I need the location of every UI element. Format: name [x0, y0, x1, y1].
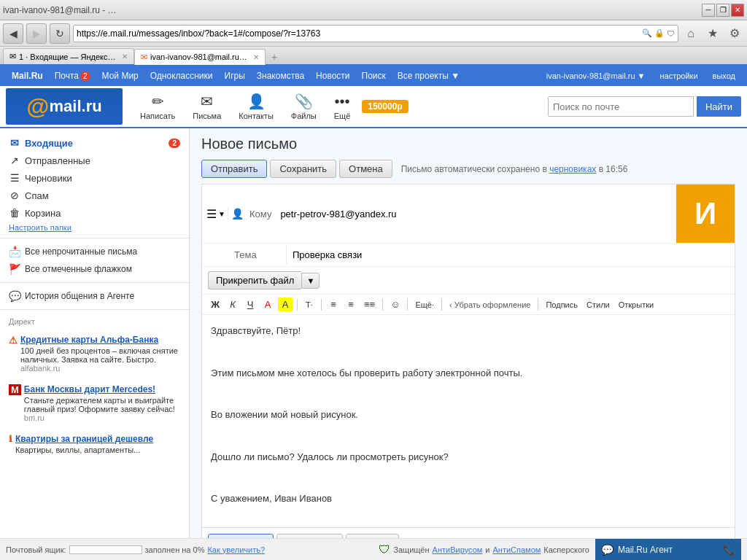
action-buttons: ✏ Написать ✉ Письма 👤 Контакты 📎 Файлы •…: [128, 90, 409, 123]
attach-button[interactable]: Прикрепить файл: [208, 271, 301, 289]
font-color-button[interactable]: А: [260, 298, 275, 311]
sidebar-trash[interactable]: 🗑 Корзина: [0, 204, 189, 222]
tab-1[interactable]: ✉ 1 · Входящие — Яндекс.Почта ✕: [3, 48, 134, 64]
back-button[interactable]: ◀: [3, 23, 23, 44]
settings-link[interactable]: настройки: [654, 66, 704, 86]
sidebar-inbox[interactable]: ✉ Входящие 2: [0, 134, 189, 152]
minimize-button[interactable]: ─: [702, 4, 715, 17]
mail-action-bar: @ mail.ru ✏ Написать ✉ Письма 👤 Контакты…: [0, 86, 747, 128]
send-button-bottom[interactable]: Отправить: [208, 534, 274, 538]
sidebar-sent[interactable]: ↗ Отправленные: [0, 152, 189, 169]
kaspersky-protection: 🛡 Защищён АнтиВирусом и АнтиСпамом Каспе…: [379, 543, 589, 556]
ad-1-title[interactable]: Кредитные карты Альфа-Банка: [20, 335, 180, 345]
more-button[interactable]: ••• Ещё: [328, 90, 357, 123]
forward-button[interactable]: ▶: [26, 23, 47, 44]
antispam-link[interactable]: АнтиСпамом: [492, 545, 541, 554]
new-tab-button[interactable]: +: [267, 50, 282, 64]
nav-igry[interactable]: Игры: [219, 66, 251, 86]
align-button[interactable]: ≡: [326, 298, 341, 311]
settings-button[interactable]: ⚙: [725, 24, 744, 43]
sidebar-history[interactable]: 💬 История общения в Агенте: [0, 287, 189, 305]
search-button[interactable]: Найти: [697, 96, 741, 117]
more-format-button[interactable]: Ещё·: [412, 299, 437, 311]
underline-button[interactable]: Ч: [243, 298, 258, 311]
top-right-controls: ivan-ivanov-981@mail.ru ▼ настройки выхо…: [541, 66, 741, 86]
search-input[interactable]: [548, 96, 694, 117]
user-account[interactable]: ivan-ivanov-981@mail.ru ▼: [541, 66, 651, 86]
mail-logo[interactable]: @ mail.ru: [6, 88, 123, 125]
mailbox-filled: заполнен на 0%: [145, 545, 205, 554]
nav-znakomstva[interactable]: Знакомства: [251, 66, 310, 86]
cancel-button-top[interactable]: Отмена: [339, 160, 392, 178]
save-button-bottom[interactable]: Сохранить: [276, 534, 343, 538]
tab-1-close[interactable]: ✕: [122, 52, 128, 61]
compose-body[interactable]: Здравствуйте, Пётр! Этим письмом мне хот…: [202, 315, 735, 521]
tab-1-favicon: ✉: [9, 52, 16, 61]
attach-dropdown-button[interactable]: ▼: [301, 273, 320, 289]
letters-button[interactable]: ✉ Письма: [187, 90, 227, 123]
sidebar-spam[interactable]: ⊘ Спам: [0, 187, 189, 204]
nav-pochta[interactable]: Почта 2: [49, 66, 96, 86]
write-label: Написать: [140, 112, 175, 120]
remove-format-button[interactable]: ‹ Убрать оформление: [446, 299, 533, 311]
cancel-button-bottom[interactable]: Отмена: [346, 534, 399, 538]
address-bar-container: 🔍 🔒 🛡: [73, 25, 678, 42]
configure-folders[interactable]: Настроить папки: [0, 222, 189, 233]
indent-button[interactable]: ≡≡: [361, 298, 378, 311]
nav-mail-ru[interactable]: Mail.Ru: [6, 66, 49, 86]
sidebar-drafts[interactable]: ☰ Черновики: [0, 169, 189, 187]
nav-poisk[interactable]: Поиск: [356, 66, 392, 86]
contacts-button[interactable]: 👤 Контакты: [233, 90, 279, 123]
ad-3-title[interactable]: Квартиры за границей дешевле: [15, 434, 153, 444]
emoji-button[interactable]: ☺: [387, 298, 403, 311]
font-size-button[interactable]: Т·: [302, 299, 317, 311]
spam-icon: ⊘: [9, 190, 20, 201]
menu-icon[interactable]: ☰: [206, 207, 217, 221]
antivirus-link[interactable]: АнтиВирусом: [433, 545, 483, 554]
styles-button[interactable]: Стили: [584, 299, 613, 311]
bold-button[interactable]: Ж: [208, 298, 222, 311]
spam-label: Спам: [25, 190, 49, 201]
postcards-button[interactable]: Открытки: [616, 299, 657, 311]
send-button-top[interactable]: Отправить: [201, 160, 267, 178]
logout-link[interactable]: выход: [707, 66, 741, 86]
address-icons: 🔍 🔒 🛡: [642, 28, 675, 38]
contacts-label: Контакты: [239, 112, 274, 120]
tab-2-close[interactable]: ✕: [253, 53, 259, 61]
write-icon: ✏: [152, 93, 164, 110]
close-button[interactable]: ✕: [731, 4, 744, 17]
files-button[interactable]: 📎 Файлы: [285, 90, 322, 123]
star-button[interactable]: ★: [703, 24, 722, 43]
list-button[interactable]: ≡: [344, 298, 358, 311]
sidebar-unread[interactable]: 📩 Все непрочитанные письма: [0, 243, 189, 260]
italic-button[interactable]: К: [225, 298, 240, 311]
highlight-button[interactable]: А: [278, 298, 293, 311]
more-icon: •••: [335, 93, 350, 110]
ad-2-title[interactable]: Банк Москвы дарит Mercedes!: [24, 384, 180, 394]
nav-odnoklassniki[interactable]: Одноклассники: [144, 66, 219, 86]
agent-bar[interactable]: 💬 Mail.Ru Агент 📞: [595, 539, 741, 561]
address-bar[interactable]: [77, 28, 642, 39]
counter-badge[interactable]: 150000р: [362, 100, 408, 113]
nav-novosti[interactable]: Новости: [310, 66, 355, 86]
to-input[interactable]: [274, 204, 676, 224]
signature-button[interactable]: Подпись: [543, 299, 581, 311]
nav-vse-proekty[interactable]: Все проекты ▼: [392, 66, 465, 86]
sidebar-flagged[interactable]: 🚩 Все отмеченные флажком: [0, 260, 189, 278]
save-button-top[interactable]: Сохранить: [270, 160, 336, 178]
home-button[interactable]: ⌂: [681, 24, 700, 43]
restore-button[interactable]: ❐: [716, 4, 729, 17]
search-icon[interactable]: 🔍: [642, 28, 652, 38]
write-button[interactable]: ✏ Написать: [134, 90, 181, 123]
subject-input[interactable]: [287, 245, 735, 265]
tab-2[interactable]: ✉ ivan-ivanov-981@mail.ru - … ✕: [134, 49, 266, 65]
increase-link[interactable]: Как увеличить?: [207, 545, 265, 554]
chevron-down-icon[interactable]: ▼: [218, 210, 225, 218]
autosave-link[interactable]: черновиках: [549, 164, 596, 174]
refresh-button[interactable]: ↻: [50, 23, 70, 44]
tab-2-favicon: ✉: [141, 52, 147, 62]
compose-attach-row: Прикрепить файл ▼: [202, 267, 735, 295]
nav-moy-mir[interactable]: Мой Мир: [96, 66, 144, 86]
body-line-9: С уважением, Иван Иванов: [211, 491, 726, 507]
format-separator-3: [382, 299, 383, 311]
